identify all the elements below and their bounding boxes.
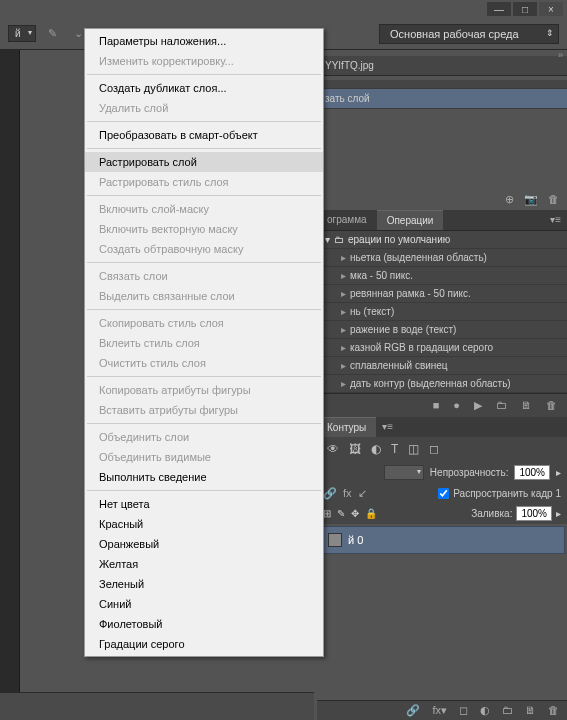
fill-label: Заливка: xyxy=(471,508,512,519)
context-menu-item: Растрировать стиль слоя xyxy=(85,172,323,192)
propagate-checkbox[interactable] xyxy=(438,488,449,499)
context-menu-item[interactable]: Нет цвета xyxy=(85,494,323,514)
link-layers-icon[interactable]: 🔗 xyxy=(406,704,420,717)
record-icon[interactable]: ● xyxy=(453,399,460,412)
status-bar xyxy=(0,692,314,720)
delete-icon[interactable]: 🗑 xyxy=(546,399,557,412)
opacity-value[interactable]: 100% xyxy=(514,465,550,480)
adjustment-icon[interactable]: ◐ xyxy=(480,704,490,717)
window-title-bar: — □ × xyxy=(0,0,567,18)
context-menu-item[interactable]: Красный xyxy=(85,514,323,534)
trash-icon[interactable]: 🗑 xyxy=(548,193,559,206)
panel-menu-icon[interactable]: ▾≡ xyxy=(544,210,567,230)
lock-trans-icon[interactable]: ⊞ xyxy=(323,508,331,519)
smart-filter-icon[interactable]: ◻ xyxy=(429,442,439,456)
panel-row[interactable] xyxy=(317,80,567,89)
chevron-right-icon: ▸ xyxy=(341,306,346,317)
panels-column: » YYIfTQ.jpg зать слой ⊕ 📷 🗑 ограмма Опе… xyxy=(317,56,567,720)
lock-paint-icon[interactable]: ✎ xyxy=(337,508,345,519)
action-item[interactable]: ▸мка - 50 пикс. xyxy=(317,267,567,285)
fx-menu-icon[interactable]: fx▾ xyxy=(432,704,447,717)
context-menu-item: Удалить слой xyxy=(85,98,323,118)
menu-separator xyxy=(87,309,321,310)
panel-tabs-1: ограмма Операции ▾≡ xyxy=(317,210,567,231)
layer-name: й 0 xyxy=(348,534,363,546)
stop-icon[interactable]: ■ xyxy=(433,399,440,412)
folder-icon: 🗀 xyxy=(334,234,344,245)
delete-layer-icon[interactable]: 🗑 xyxy=(548,704,559,717)
panel-row-selected[interactable]: зать слой xyxy=(317,89,567,109)
fx-icon[interactable]: fx xyxy=(343,487,352,500)
mini-toolbar: ⊕ 📷 🗑 xyxy=(317,189,567,210)
actions-folder[interactable]: ▾ 🗀 ерации по умолчанию xyxy=(317,231,567,249)
tab-actions[interactable]: Операции xyxy=(377,210,444,230)
context-menu-item: Объединить слои xyxy=(85,427,323,447)
layer-item[interactable]: й 0 xyxy=(319,526,565,554)
new-action-icon[interactable]: 🗎 xyxy=(521,399,532,412)
chevron-down-icon: ▾ xyxy=(325,234,330,245)
sample-icon[interactable]: ✎ xyxy=(44,25,62,43)
fill-arrow-icon[interactable]: ▸ xyxy=(556,508,561,519)
context-menu-item: Вклеить стиль слоя xyxy=(85,333,323,353)
lock-all-icon[interactable]: 🔒 xyxy=(365,508,377,519)
blend-mode-dropdown[interactable] xyxy=(384,465,424,480)
opacity-arrow-icon[interactable]: ▸ xyxy=(556,467,561,478)
context-menu-item[interactable]: Выполнить сведение xyxy=(85,467,323,487)
folder-label: ерации по умолчанию xyxy=(348,234,450,245)
actions-list: ▾ 🗀 ерации по умолчанию ▸ньетка (выделен… xyxy=(317,231,567,393)
context-menu-item[interactable]: Желтая xyxy=(85,554,323,574)
new-layer-icon[interactable]: 🗎 xyxy=(525,704,536,717)
menu-separator xyxy=(87,148,321,149)
tool-preset-dropdown[interactable]: й xyxy=(8,25,36,42)
layer-fill-row: ⊞ ✎ ✥ 🔒 Заливка: 100% ▸ xyxy=(317,503,567,524)
action-item[interactable]: ▸ревянная рамка - 50 пикс. xyxy=(317,285,567,303)
action-item[interactable]: ▸ньетка (выделенная область) xyxy=(317,249,567,267)
type-filter-icon[interactable]: T xyxy=(391,442,398,456)
mask-icon[interactable]: ◻ xyxy=(459,704,468,717)
play-icon[interactable]: ▶ xyxy=(474,399,482,412)
context-menu-item[interactable]: Параметры наложения... xyxy=(85,31,323,51)
chevron-right-icon: ▸ xyxy=(341,378,346,389)
action-item[interactable]: ▸ражение в воде (текст) xyxy=(317,321,567,339)
window-minimize-button[interactable]: — xyxy=(487,2,511,16)
action-item[interactable]: ▸сплавленный свинец xyxy=(317,357,567,375)
context-menu-item: Включить векторную маску xyxy=(85,219,323,239)
link-icon[interactable]: 🔗 xyxy=(323,487,337,500)
context-menu-item[interactable]: Создать дубликат слоя... xyxy=(85,78,323,98)
tab-histogram[interactable]: ограмма xyxy=(317,210,377,230)
camera-icon[interactable]: 📷 xyxy=(524,193,538,206)
filter-icon[interactable]: 👁 xyxy=(327,442,339,456)
expand-icon[interactable]: » xyxy=(558,50,563,60)
lock-move-icon[interactable]: ✥ xyxy=(351,508,359,519)
shape-filter-icon[interactable]: ◫ xyxy=(408,442,419,456)
layer-tool-row: 👁 🖼 ◐ T ◫ ◻ xyxy=(317,437,567,461)
menu-separator xyxy=(87,262,321,263)
context-menu-item[interactable]: Синий xyxy=(85,594,323,614)
context-menu-item[interactable]: Оранжевый xyxy=(85,534,323,554)
image-filter-icon[interactable]: 🖼 xyxy=(349,442,361,456)
chevron-right-icon: ▸ xyxy=(341,270,346,281)
layer-context-menu: Параметры наложения...Изменить корректир… xyxy=(84,28,324,657)
context-menu-item: Копировать атрибуты фигуры xyxy=(85,380,323,400)
new-set-icon[interactable]: 🗀 xyxy=(496,399,507,412)
window-maximize-button[interactable]: □ xyxy=(513,2,537,16)
tab-paths[interactable]: Контуры xyxy=(317,417,376,437)
workspace-dropdown[interactable]: Основная рабочая среда xyxy=(379,24,559,44)
mask-arrow-icon[interactable]: ↙ xyxy=(358,487,367,500)
context-menu-item[interactable]: Градации серого xyxy=(85,634,323,654)
fill-value[interactable]: 100% xyxy=(516,506,552,521)
panel-menu-icon-2[interactable]: ▾≡ xyxy=(376,417,399,437)
group-icon[interactable]: 🗀 xyxy=(502,704,513,717)
new-folder-icon[interactable]: ⊕ xyxy=(505,193,514,206)
adjust-filter-icon[interactable]: ◐ xyxy=(371,442,381,456)
document-tab[interactable]: YYIfTQ.jpg xyxy=(317,56,567,76)
action-item[interactable]: ▸казной RGB в градации серого xyxy=(317,339,567,357)
context-menu-item[interactable]: Зеленый xyxy=(85,574,323,594)
context-menu-item[interactable]: Преобразовать в смарт-объект xyxy=(85,125,323,145)
action-item[interactable]: ▸нь (текст) xyxy=(317,303,567,321)
action-item[interactable]: ▸дать контур (выделенная область) xyxy=(317,375,567,393)
context-menu-item[interactable]: Растрировать слой xyxy=(85,152,323,172)
context-menu-item[interactable]: Фиолетовый xyxy=(85,614,323,634)
window-close-button[interactable]: × xyxy=(539,2,563,16)
chevron-right-icon: ▸ xyxy=(341,252,346,263)
